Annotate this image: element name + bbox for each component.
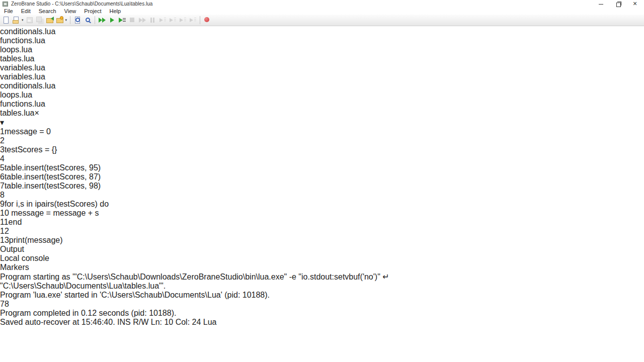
code-line-7[interactable]: 7table.insert(testScores, 98) <box>0 182 644 191</box>
code-line-3[interactable]: 3testScores = {} <box>0 145 644 154</box>
new-file-button[interactable] <box>2 16 11 25</box>
code-line-9[interactable]: 9for i,s in ipairs(testScores) do <box>0 200 644 209</box>
step-over-button <box>168 16 177 25</box>
step-out-button <box>178 16 187 25</box>
tree-item-label: tables.lua <box>0 54 35 63</box>
run-icon <box>98 16 106 24</box>
tree-item-conditionals-lua[interactable]: conditionals.lua <box>0 27 644 36</box>
menu-file[interactable]: File <box>0 8 17 15</box>
choose-project-dir-button[interactable] <box>55 16 64 25</box>
tab-output[interactable]: Output <box>0 245 644 254</box>
title-bar: ZeroBrane Studio - C:\Users\Schaub\Docum… <box>0 0 644 8</box>
line-wrap-icon: ↵ <box>382 273 389 281</box>
code-line-10[interactable]: 10 message = message + s <box>0 209 644 218</box>
project-dir-from-file-icon <box>46 16 54 24</box>
close-tab-icon[interactable]: × <box>35 109 39 117</box>
editor-tab-loops-lua[interactable]: loops.lua <box>0 90 644 100</box>
toggle-breakpoint-icon <box>203 16 211 24</box>
code-line-1[interactable]: 1message = 0 <box>0 127 644 136</box>
toggle-breakpoint-button[interactable] <box>203 16 212 25</box>
open-file-button[interactable] <box>12 16 21 25</box>
find-button[interactable] <box>73 16 82 25</box>
run-to-cursor-icon <box>189 16 197 24</box>
tab-local-console[interactable]: Local console <box>0 254 644 263</box>
find-replace-button[interactable] <box>83 16 92 25</box>
save-all-button <box>35 16 44 25</box>
dropdown-arrow-icon[interactable]: ▾ <box>65 18 67 22</box>
zerobrane-studio-window: ZeroBrane Studio - C:\Users\Schaub\Docum… <box>0 0 644 362</box>
line-number: 1 <box>0 127 5 136</box>
editor-panel: variables.luaconditionals.lualoops.luafu… <box>0 72 644 245</box>
editor-tab-variables-lua[interactable]: variables.lua <box>0 72 644 81</box>
menu-search[interactable]: Search <box>35 8 60 15</box>
toolbar-separator <box>95 16 95 24</box>
toolbar-separator <box>70 16 70 24</box>
code-line-6[interactable]: 6table.insert(testScores, 87) <box>0 172 644 182</box>
code-line-11[interactable]: 11end <box>0 218 644 227</box>
code-text: print(message) <box>9 236 63 244</box>
menu-help[interactable]: Help <box>105 8 125 15</box>
minimize-button[interactable] <box>593 0 610 8</box>
restore-button[interactable] <box>610 0 627 8</box>
tree-item-tables-lua[interactable]: tables.lua <box>0 54 644 63</box>
code-line-13[interactable]: 13print(message) <box>0 236 644 245</box>
code-line-12[interactable]: 12 <box>0 227 644 236</box>
watch-window-icon <box>233 16 242 24</box>
menu-view[interactable]: View <box>60 8 80 15</box>
continue-button <box>138 16 147 25</box>
find-icon <box>73 16 82 24</box>
save-all-icon <box>36 16 44 24</box>
status-language: Lua <box>203 318 217 326</box>
status-insert-mode: INS <box>117 318 131 326</box>
code-line-4[interactable]: 4 <box>0 154 644 163</box>
editor-tab-tables-lua[interactable]: tables.lua× <box>0 109 644 118</box>
code-line-5[interactable]: 5table.insert(testScores, 95) <box>0 163 644 172</box>
app-icon[interactable] <box>3 2 8 7</box>
code-text: table.insert(testScores, 95) <box>5 163 101 172</box>
dropdown-arrow-icon[interactable]: ▾ <box>22 18 24 22</box>
window-title: ZeroBrane Studio - C:\Users\Schaub\Docum… <box>11 1 152 7</box>
tab-list-dropdown-icon[interactable]: ▾ <box>0 118 4 127</box>
window-controls <box>593 0 644 8</box>
tree-item-label: functions.lua <box>0 36 45 45</box>
stop-process-button <box>128 16 137 25</box>
code-line-2[interactable]: 2 <box>0 136 644 145</box>
run-as-scratchpad-button[interactable] <box>108 16 117 25</box>
tree-item-loops-lua[interactable]: loops.lua <box>0 45 644 54</box>
code-text: table.insert(testScores, 98) <box>5 182 101 190</box>
status-bar: Saved auto-recover at 15:46:40. INS R/W … <box>0 318 644 327</box>
editor-tabs: variables.luaconditionals.lualoops.luafu… <box>0 72 644 118</box>
run-button[interactable] <box>98 16 107 25</box>
stack-window-button[interactable] <box>223 16 232 25</box>
editor-tab-conditionals-lua[interactable]: conditionals.lua <box>0 81 644 90</box>
editor-tab-functions-lua[interactable]: functions.lua <box>0 100 644 109</box>
start-debugging-icon <box>118 16 126 24</box>
output-line-2: "C:\Users\Schaub\Documents\Lua\tables.lu… <box>0 282 644 291</box>
open-file-icon <box>12 16 20 24</box>
output-console[interactable]: Program starting as '"C:\Users\Schaub\Do… <box>0 272 644 318</box>
output-line-4: 78 <box>0 300 644 309</box>
code-text: for i,s in ipairs(testScores) do <box>5 200 109 208</box>
run-as-scratchpad-icon <box>108 16 116 24</box>
tab-markers[interactable]: Markers <box>0 263 644 272</box>
line-number: 11 <box>0 218 9 226</box>
tree-item-functions-lua[interactable]: functions.lua <box>0 36 644 45</box>
close-button[interactable] <box>627 0 644 8</box>
toggle-bookmark-button[interactable] <box>213 16 222 25</box>
tree-item-variables-lua[interactable]: variables.lua <box>0 63 644 72</box>
start-debugging-button[interactable] <box>118 16 127 25</box>
code-area[interactable]: 1message = 023testScores = {}45table.ins… <box>0 127 644 245</box>
code-text: testScores = {} <box>5 145 57 154</box>
project-dir-from-file-button[interactable] <box>45 16 54 25</box>
output-panel-tabs: OutputLocal consoleMarkers <box>0 245 644 272</box>
save-icon <box>26 16 34 24</box>
step-out-icon <box>179 16 187 24</box>
step-over-icon <box>169 16 177 24</box>
status-readwrite: R/W <box>133 318 148 326</box>
code-line-8[interactable]: 8 <box>0 191 644 200</box>
watch-window-button[interactable] <box>233 16 242 25</box>
menu-edit[interactable]: Edit <box>17 8 35 15</box>
line-number: 7 <box>0 182 5 190</box>
menu-project[interactable]: Project <box>80 8 105 15</box>
project-tree[interactable]: C:\Users\Schaub\Documents\Luaconditional… <box>0 18 644 72</box>
